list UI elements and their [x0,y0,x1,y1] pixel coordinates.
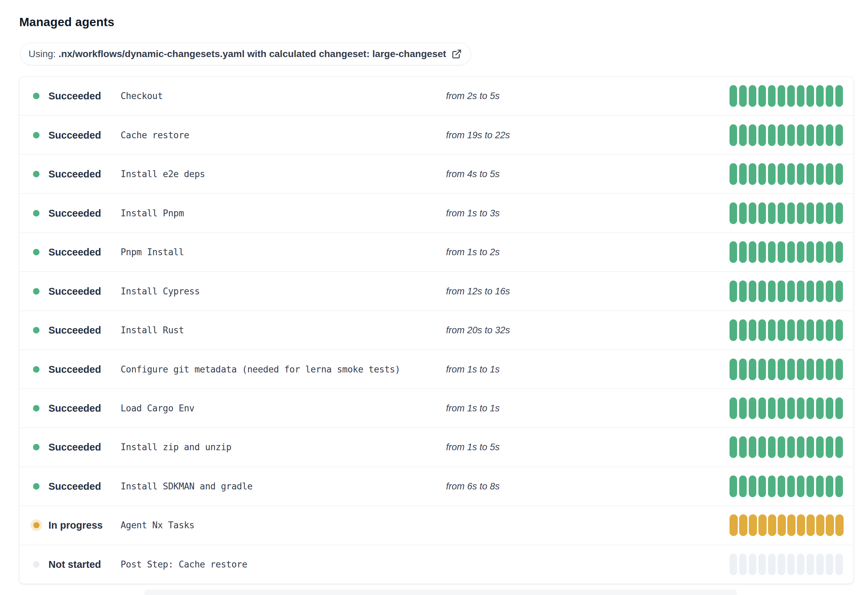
progress-segment [797,475,805,497]
progress-segment [768,163,776,185]
progress-bar [729,163,843,185]
agent-step-row[interactable]: Succeeded Checkout from 2s to 5s [19,77,853,115]
progress-segment [729,280,737,302]
progress-segment [806,437,814,458]
status-dot [33,249,40,256]
progress-segment [836,202,843,224]
step-duration: from 1s to 3s [446,208,500,218]
progress-segment [816,515,824,536]
status-dot [33,483,40,489]
progress-segment [759,437,766,458]
progress-segment [806,85,814,107]
progress-segment [787,85,795,107]
progress-segment [836,515,844,536]
status-dot [33,561,40,567]
progress-segment [826,124,833,146]
agent-step-row[interactable]: Succeeded Install Cypress from 12s to 16… [19,271,853,310]
progress-segment [768,124,776,146]
step-name: Install Pnpm [121,208,184,218]
agent-step-row[interactable]: Succeeded Install Pnpm from 1s to 3s [19,193,853,232]
agent-step-row[interactable]: Succeeded Install e2e deps from 4s to 5s [19,154,853,193]
progress-segment [826,320,833,341]
progress-segment [729,475,737,497]
step-name: Configure git metadata (needed for lerna… [121,364,400,374]
agents-list: Succeeded Checkout from 2s to 5s Succeed… [19,76,854,584]
progress-segment [816,280,824,302]
step-name: Checkout [121,91,163,101]
workflow-banner[interactable]: Using: .nx/workflows/dynamic-changesets.… [20,43,471,65]
progress-segment [836,437,843,458]
status-label: Succeeded [49,207,101,219]
progress-segment [836,397,843,419]
progress-segment [826,280,833,302]
progress-segment [778,241,785,263]
status-dot [33,405,40,411]
progress-segment [749,163,756,185]
progress-segment [787,241,795,263]
progress-segment [797,437,805,458]
progress-segment [768,515,776,536]
agent-step-row[interactable]: In progress Agent Nx Tasks [19,506,853,545]
status-label: Succeeded [49,403,101,414]
progress-segment [759,241,766,263]
progress-segment [759,475,766,497]
agent-step-row[interactable]: Not started Post Step: Cache restore [19,545,853,584]
agent-step-row[interactable]: Succeeded Install zip and unzip from 1s … [19,428,853,466]
progress-segment [797,358,805,380]
agent-step-row[interactable]: Succeeded Install Rust from 20s to 32s [19,311,853,349]
progress-segment [787,475,795,497]
status-label: In progress [49,520,103,531]
status-dot [33,366,40,373]
progress-segment [759,554,766,575]
status-label: Succeeded [49,247,101,258]
progress-segment [768,358,776,380]
progress-segment [778,437,785,458]
progress-segment [806,358,814,380]
progress-segment [826,475,833,497]
status-label: Succeeded [49,364,101,375]
progress-segment [797,320,805,341]
progress-segment [778,475,785,497]
progress-segment [797,124,805,146]
progress-segment [739,241,747,263]
step-name: Install zip and unzip [121,442,231,452]
progress-segment [816,85,824,107]
progress-segment [739,124,747,146]
progress-segment [749,397,756,419]
progress-segment [787,202,795,224]
status-dot [33,444,40,451]
progress-segment [768,320,776,341]
progress-segment [836,475,843,497]
progress-segment [826,437,833,458]
progress-segment [768,241,776,263]
agent-step-row[interactable]: Succeeded Load Cargo Env from 1s to 1s [19,389,853,428]
step-duration: from 1s to 1s [446,364,500,374]
agent-step-row[interactable]: Succeeded Pnpm Install from 1s to 2s [19,232,853,271]
progress-segment [806,124,814,146]
progress-segment [739,397,747,419]
progress-segment [759,202,766,224]
external-link-icon[interactable] [452,49,462,59]
progress-segment [768,437,776,458]
status-dot [33,327,40,334]
progress-segment [806,515,815,536]
progress-segment [729,554,737,575]
progress-segment [806,554,814,575]
progress-segment [787,320,795,341]
status-label: Succeeded [49,325,101,336]
agent-step-row[interactable]: Succeeded Configure git metadata (needed… [19,349,853,388]
progress-segment [749,358,756,380]
progress-segment [787,397,795,419]
progress-segment [739,475,747,497]
agent-step-row[interactable]: Succeeded Cache restore from 19s to 22s [19,115,853,154]
agent-step-row[interactable]: Succeeded Install SDKMAN and gradle from… [19,467,853,506]
progress-segment [806,475,814,497]
progress-segment [787,358,795,380]
status-dot [33,288,40,295]
banner-prefix: Using: [28,49,58,59]
progress-segment [826,554,833,575]
progress-bar [729,202,843,224]
progress-segment [768,202,776,224]
progress-segment [778,358,785,380]
progress-segment [749,241,756,263]
